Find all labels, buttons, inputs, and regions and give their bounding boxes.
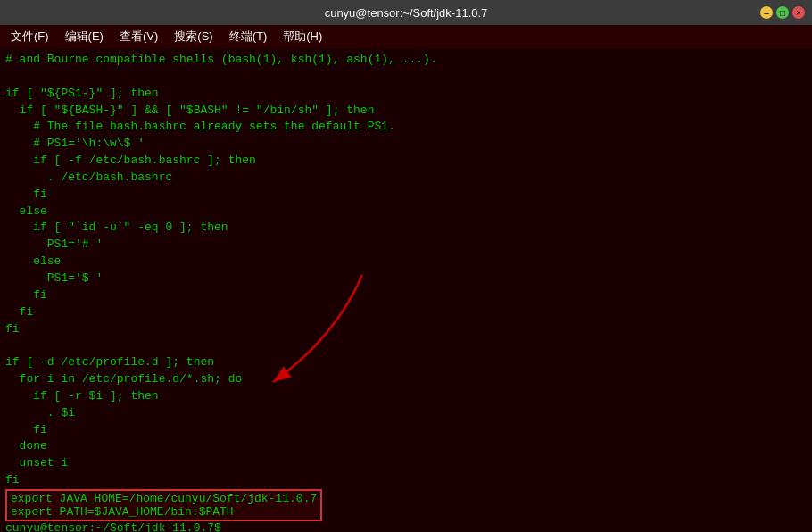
terminal-prompt: cunyu@tensor:~/Soft/jdk-11.0.7$ _ (5, 521, 807, 532)
menu-item[interactable]: 帮助(H) (276, 27, 329, 46)
window-title: cunyu@tensor:~/Soft/jdk-11.0.7 (52, 6, 760, 20)
menubar: 文件(F)编辑(E)查看(V)搜索(S)终端(T)帮助(H) (0, 25, 812, 48)
export-block: export JAVA_HOME=/home/cunyu/Soft/jdk-11… (5, 489, 807, 521)
minimize-button[interactable]: – (760, 6, 773, 19)
window-controls: – □ × (760, 6, 805, 19)
menu-item[interactable]: 搜索(S) (167, 27, 220, 46)
export-line-1: export JAVA_HOME=/home/cunyu/Soft/jdk-11… (9, 492, 319, 505)
close-button[interactable]: × (792, 6, 805, 19)
terminal-content: # and Bourne compatible shells (bash(1),… (5, 52, 807, 532)
maximize-button[interactable]: □ (776, 6, 789, 19)
menu-item[interactable]: 文件(F) (4, 27, 56, 46)
menu-item[interactable]: 编辑(E) (58, 27, 111, 46)
terminal[interactable]: # and Bourne compatible shells (bash(1),… (0, 48, 812, 532)
menu-item[interactable]: 查看(V) (112, 27, 165, 46)
menu-item[interactable]: 终端(T) (222, 27, 275, 46)
terminal-text: # and Bourne compatible shells (bash(1),… (5, 52, 807, 489)
export-line-2: export PATH=$JAVA_HOME/bin:$PATH (9, 505, 319, 519)
titlebar: cunyu@tensor:~/Soft/jdk-11.0.7 – □ × (0, 0, 812, 25)
